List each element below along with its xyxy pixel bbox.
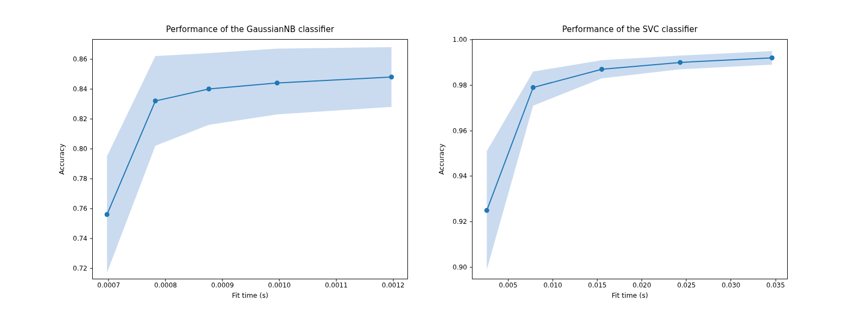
chart-title: Performance of the GaussianNB classifier — [93, 24, 407, 34]
confidence-band — [487, 51, 772, 269]
subplot-svc: Performance of the SVC classifier Accura… — [472, 39, 787, 278]
y-tick-label: 0.98 — [452, 82, 467, 89]
y-tick-label: 0.74 — [73, 235, 87, 242]
y-tick-mark — [90, 59, 93, 59]
x-axis-label: Fit time (s) — [93, 291, 407, 299]
y-tick-mark — [470, 85, 473, 85]
x-tick-label: 0.020 — [633, 281, 651, 289]
y-tick-mark — [470, 130, 473, 131]
data-marker — [275, 80, 279, 85]
plot-area: Performance of the SVC classifier Accura… — [472, 39, 788, 279]
x-tick-label: 0.0008 — [154, 281, 177, 289]
x-axis-label: Fit time (s) — [473, 291, 787, 299]
y-tick-mark — [90, 89, 93, 89]
x-tick-label: 0.035 — [766, 281, 784, 289]
x-tick-label: 0.025 — [677, 281, 695, 289]
data-marker — [484, 208, 489, 213]
y-tick-mark — [470, 267, 473, 268]
y-tick-label: 0.92 — [452, 218, 467, 225]
y-tick-label: 0.94 — [452, 172, 467, 180]
data-marker — [770, 55, 775, 60]
y-axis-label: Accuracy — [437, 143, 445, 174]
y-tick-label: 0.80 — [73, 145, 87, 153]
y-tick-mark — [470, 40, 473, 40]
data-marker — [678, 60, 682, 65]
y-tick-mark — [90, 268, 93, 268]
y-tick-label: 0.84 — [73, 85, 87, 93]
x-tick-label: 0.030 — [722, 281, 740, 289]
y-tick-label: 0.86 — [73, 55, 87, 63]
x-tick-label: 0.015 — [588, 281, 607, 289]
y-tick-label: 0.90 — [452, 264, 467, 271]
y-tick-mark — [90, 208, 93, 209]
figure: Performance of the GaussianNB classifier… — [0, 0, 868, 326]
plot-area: Performance of the GaussianNB classifier… — [92, 39, 408, 279]
data-marker — [599, 67, 604, 72]
x-tick-label: 0.0009 — [211, 281, 234, 289]
y-tick-mark — [470, 176, 473, 177]
data-marker — [206, 86, 211, 91]
x-tick-label: 0.0007 — [97, 281, 120, 289]
x-tick-label: 0.0011 — [325, 281, 348, 289]
y-tick-label: 1.00 — [452, 36, 467, 43]
y-tick-label: 0.72 — [73, 265, 87, 272]
y-tick-label: 0.78 — [73, 175, 87, 183]
y-tick-label: 0.96 — [452, 127, 467, 135]
y-axis-label: Accuracy — [58, 143, 66, 174]
y-tick-label: 0.82 — [73, 115, 87, 123]
plot-svg — [473, 40, 787, 279]
x-tick-label: 0.0010 — [268, 281, 291, 289]
confidence-band — [107, 47, 391, 273]
y-tick-mark — [90, 238, 93, 239]
data-marker — [153, 98, 158, 103]
y-tick-mark — [90, 178, 93, 179]
x-tick-label: 0.010 — [544, 281, 562, 289]
plot-svg — [93, 40, 407, 279]
data-marker — [105, 212, 110, 217]
y-tick-mark — [90, 148, 93, 149]
chart-title: Performance of the SVC classifier — [473, 24, 787, 34]
x-tick-label: 0.0012 — [382, 281, 405, 289]
y-tick-label: 0.76 — [73, 205, 87, 212]
y-tick-mark — [90, 118, 93, 119]
x-tick-label: 0.005 — [499, 281, 518, 289]
data-marker — [531, 85, 535, 90]
data-marker — [389, 74, 394, 79]
subplot-gaussiannb: Performance of the GaussianNB classifier… — [92, 39, 407, 278]
y-tick-mark — [470, 222, 473, 222]
